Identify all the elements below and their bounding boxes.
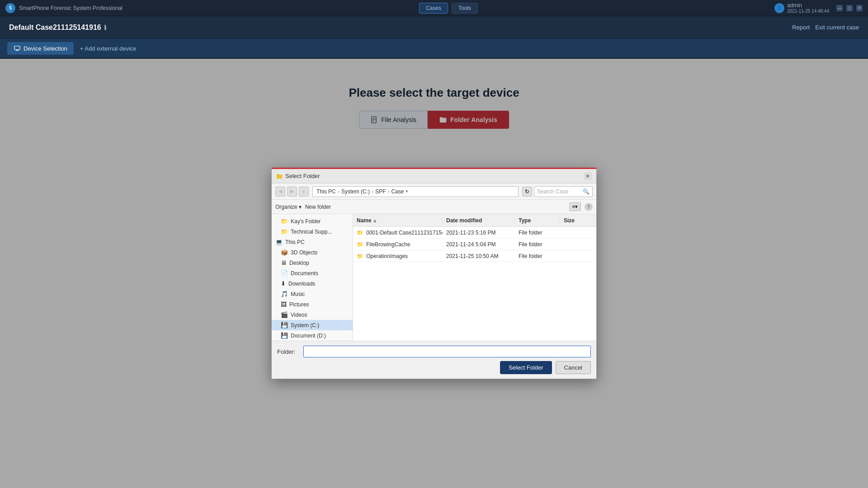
sidebar-item-kay_s_folder[interactable]: 📁Kay's Folder bbox=[272, 216, 353, 226]
sidebar-folder-icon: 💾 bbox=[281, 322, 288, 328]
column-size-label: Size bbox=[564, 217, 575, 224]
file-folder-icon: 📁 bbox=[357, 230, 363, 236]
dialog-close-button[interactable]: ✕ bbox=[584, 172, 592, 180]
table-row[interactable]: 📁 OperationImages 2021-11-25 10:50 AM Fi… bbox=[353, 250, 596, 262]
dialog-titlebar: Select Folder ✕ bbox=[272, 169, 596, 183]
maximize-button[interactable]: □ bbox=[846, 5, 853, 11]
folder-title-icon bbox=[276, 173, 283, 179]
refresh-button[interactable]: ↻ bbox=[522, 187, 532, 197]
close-button[interactable]: ✕ bbox=[856, 5, 863, 11]
sidebar-item-technical_supp___[interactable]: 📁Technical Supp... bbox=[272, 226, 353, 237]
breadcrumb-case[interactable]: Case bbox=[391, 188, 404, 195]
breadcrumb-this-pc[interactable]: This PC bbox=[316, 188, 336, 195]
column-size[interactable]: Size bbox=[560, 217, 596, 224]
case-info-icon: ℹ bbox=[104, 24, 106, 31]
breadcrumb-dropdown[interactable]: ▾ bbox=[406, 188, 408, 194]
dialog-title-area: Select Folder bbox=[276, 173, 320, 179]
sidebar-item-downloads[interactable]: ⬇Downloads bbox=[272, 278, 353, 289]
sidebar-item-label: Kay's Folder bbox=[291, 218, 321, 225]
sidebar-folder-icon: 📁 bbox=[281, 228, 288, 235]
sidebar-item-label: Pictures bbox=[289, 301, 309, 308]
breadcrumb-sep1: › bbox=[338, 188, 340, 195]
add-device-label: + Add external device bbox=[80, 45, 137, 52]
titlebar-right: 👤 admin 2021-11-25 14:48:44 — □ ✕ bbox=[774, 2, 863, 14]
sidebar-folder-icon: 🎵 bbox=[281, 291, 288, 297]
new-folder-label: New folder bbox=[305, 204, 331, 210]
sidebar-item-documents[interactable]: 📄Documents bbox=[272, 268, 353, 278]
sidebar-item-label: System (C:) bbox=[291, 322, 319, 328]
sidebar-item-3d_objects[interactable]: 📦3D Objects bbox=[272, 247, 353, 258]
sidebar-folder-icon: 📄 bbox=[281, 270, 288, 277]
organize-button[interactable]: Organize ▾ bbox=[275, 204, 302, 210]
help-button[interactable]: ? bbox=[585, 203, 593, 211]
sidebar-folder-icon: 🎬 bbox=[281, 311, 288, 318]
sidebar-item-label: 3D Objects bbox=[291, 249, 317, 256]
file-folder-icon: 📁 bbox=[357, 253, 363, 259]
file-folder-icon: 📁 bbox=[357, 241, 363, 248]
filelist-rows: 📁 0001-Default Case211123171540 2021-11-… bbox=[353, 227, 596, 262]
search-placeholder-text: Search Case bbox=[537, 188, 568, 195]
view-button[interactable]: ≡▾ bbox=[569, 202, 581, 211]
device-selection-label: Device Selection bbox=[24, 45, 67, 52]
breadcrumb-sep3: › bbox=[387, 188, 389, 195]
filelist-header: Name ▴ Date modified Type Size bbox=[353, 214, 596, 227]
file-date-cell: 2021-11-24 5:04 PM bbox=[443, 241, 515, 248]
table-row[interactable]: 📁 0001-Default Case211123171540 2021-11-… bbox=[353, 227, 596, 239]
sidebar-item-videos[interactable]: 🎬Videos bbox=[272, 310, 353, 320]
exit-current-case-button[interactable]: Exit current case bbox=[815, 24, 859, 31]
column-name-label: Name bbox=[357, 217, 372, 224]
sidebar-item-pictures[interactable]: 🖼Pictures bbox=[272, 299, 353, 310]
toolbar: Default Case211125141916 ℹ Report Exit c… bbox=[0, 16, 868, 39]
report-button[interactable]: Report bbox=[792, 24, 810, 31]
breadcrumb: This PC › System (C:) › SPF › Case ▾ bbox=[312, 186, 519, 197]
sidebar-folder-icon: 📦 bbox=[281, 249, 288, 256]
select-folder-button[interactable]: Select Folder bbox=[500, 361, 552, 374]
breadcrumb-system-c[interactable]: System (C:) bbox=[341, 188, 370, 195]
file-type-cell: File folder bbox=[515, 230, 560, 236]
file-name-cell: 📁 FileBrowingCache bbox=[353, 241, 443, 248]
minimize-button[interactable]: — bbox=[836, 5, 843, 11]
folder-input[interactable] bbox=[303, 346, 591, 357]
device-selection-nav[interactable]: Device Selection bbox=[7, 42, 74, 55]
sidebar-item-label: Music bbox=[291, 291, 305, 297]
sidebar-item-document__d__[interactable]: 💾Document (D:) bbox=[272, 330, 353, 341]
file-date-cell: 2021-11-23 5:16 PM bbox=[443, 230, 515, 236]
dialog-sidebar: 📁Kay's Folder📁Technical Supp...💻This PC📦… bbox=[272, 214, 353, 341]
main-content: Please select the target device File Ana… bbox=[0, 59, 868, 488]
titlebar-left: S SmartPhone Forensic System Professiona… bbox=[5, 3, 123, 13]
user-avatar-icon: 👤 bbox=[774, 3, 784, 13]
forward-button[interactable]: ▶ bbox=[287, 187, 297, 197]
column-name[interactable]: Name ▴ bbox=[353, 217, 443, 224]
add-external-device-button[interactable]: + Add external device bbox=[75, 42, 141, 55]
sidebar-item-label: Desktop bbox=[289, 260, 309, 266]
dialog-filelist: Name ▴ Date modified Type Size bbox=[353, 214, 596, 341]
tools-button[interactable]: Tools bbox=[452, 3, 478, 14]
cancel-button[interactable]: Cancel bbox=[556, 361, 591, 374]
titlebar-center: Cases Tools bbox=[419, 3, 478, 14]
column-type[interactable]: Type bbox=[515, 217, 560, 224]
sidebar-item-desktop[interactable]: 🖥Desktop bbox=[272, 258, 353, 268]
back-button[interactable]: ◀ bbox=[275, 187, 285, 197]
sidebar-item-music[interactable]: 🎵Music bbox=[272, 289, 353, 299]
search-box: Search Case 🔍 bbox=[534, 186, 593, 197]
sidebar-item-system__c__[interactable]: 💾System (C:) bbox=[272, 320, 353, 330]
titlebar: S SmartPhone Forensic System Professiona… bbox=[0, 0, 868, 16]
organize-dropdown-icon: ▾ bbox=[299, 204, 302, 210]
column-date-modified[interactable]: Date modified bbox=[443, 217, 515, 224]
sort-icon: ▴ bbox=[373, 217, 376, 224]
dialog-footer: Folder: Select Folder Cancel bbox=[272, 341, 596, 379]
new-folder-button[interactable]: New folder bbox=[305, 204, 331, 210]
sidebar-folder-icon: 💻 bbox=[275, 239, 283, 245]
table-row[interactable]: 📁 FileBrowingCache 2021-11-24 5:04 PM Fi… bbox=[353, 239, 596, 250]
breadcrumb-spf[interactable]: SPF bbox=[375, 188, 386, 195]
file-type-cell: File folder bbox=[515, 253, 560, 259]
sidebar-item-this_pc[interactable]: 💻This PC bbox=[272, 237, 353, 247]
column-date-label: Date modified bbox=[446, 217, 482, 224]
search-icon[interactable]: 🔍 bbox=[583, 188, 590, 195]
user-datetime: 2021-11-25 14:48:44 bbox=[787, 9, 829, 14]
user-details: admin 2021-11-25 14:48:44 bbox=[787, 2, 829, 14]
up-button[interactable]: ↑ bbox=[299, 187, 309, 197]
organize-label: Organize bbox=[275, 204, 297, 210]
sidebar-folder-icon: ⬇ bbox=[281, 280, 286, 287]
cases-button[interactable]: Cases bbox=[419, 3, 448, 14]
